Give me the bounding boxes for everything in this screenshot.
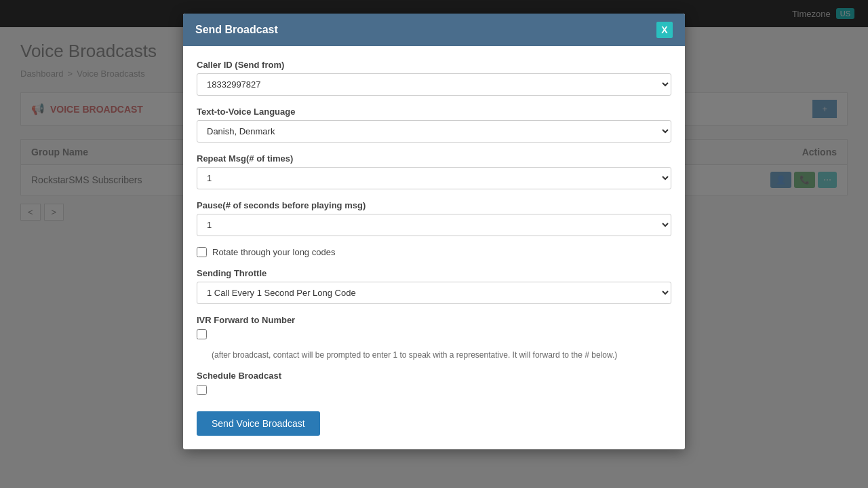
rotate-long-codes-label: Rotate through your long codes: [212, 247, 335, 257]
tts-language-select[interactable]: Danish, Denmark: [197, 120, 671, 143]
rotate-long-codes-checkbox[interactable]: [197, 247, 207, 257]
pause-group: Pause(# of seconds before playing msg) 1…: [197, 200, 671, 236]
caller-id-label: Caller ID (Send from): [197, 60, 671, 70]
modal-header: Send Broadcast X: [183, 14, 685, 46]
schedule-broadcast-checkbox-row: [197, 385, 671, 395]
repeat-msg-group: Repeat Msg(# of times) 1 2 3 4 5: [197, 153, 671, 189]
schedule-broadcast-label: Schedule Broadcast: [197, 371, 671, 381]
modal-overlay: Send Broadcast X Caller ID (Send from) 1…: [0, 0, 868, 488]
pause-label: Pause(# of seconds before playing msg): [197, 200, 671, 210]
rotate-long-codes-group: Rotate through your long codes: [197, 247, 671, 257]
modal-title: Send Broadcast: [195, 24, 278, 36]
schedule-broadcast-group: Schedule Broadcast: [197, 371, 671, 395]
sending-throttle-group: Sending Throttle 1 Call Every 1 Second P…: [197, 268, 671, 304]
caller-id-select[interactable]: 18332997827: [197, 73, 671, 96]
tts-language-group: Text-to-Voice Language Danish, Denmark: [197, 107, 671, 143]
modal-body: Caller ID (Send from) 18332997827 Text-t…: [183, 46, 685, 449]
modal-close-button[interactable]: X: [656, 22, 673, 38]
tts-language-label: Text-to-Voice Language: [197, 107, 671, 117]
ivr-forward-label: IVR Forward to Number: [197, 315, 671, 325]
ivr-forward-description: (after broadcast, contact will be prompt…: [197, 350, 671, 360]
send-broadcast-modal: Send Broadcast X Caller ID (Send from) 1…: [183, 14, 685, 449]
repeat-msg-label: Repeat Msg(# of times): [197, 153, 671, 164]
pause-select[interactable]: 1 2 3 4 5: [197, 214, 671, 236]
caller-id-group: Caller ID (Send from) 18332997827: [197, 60, 671, 96]
sending-throttle-select[interactable]: 1 Call Every 1 Second Per Long Code 1 Ca…: [197, 282, 671, 304]
send-voice-broadcast-button[interactable]: Send Voice Broadcast: [197, 411, 320, 436]
ivr-forward-checkbox[interactable]: [197, 329, 207, 339]
sending-throttle-label: Sending Throttle: [197, 268, 671, 278]
ivr-forward-checkbox-row: [197, 329, 671, 339]
repeat-msg-select[interactable]: 1 2 3 4 5: [197, 167, 671, 189]
schedule-broadcast-checkbox[interactable]: [197, 385, 207, 395]
ivr-forward-group: IVR Forward to Number (after broadcast, …: [197, 315, 671, 360]
